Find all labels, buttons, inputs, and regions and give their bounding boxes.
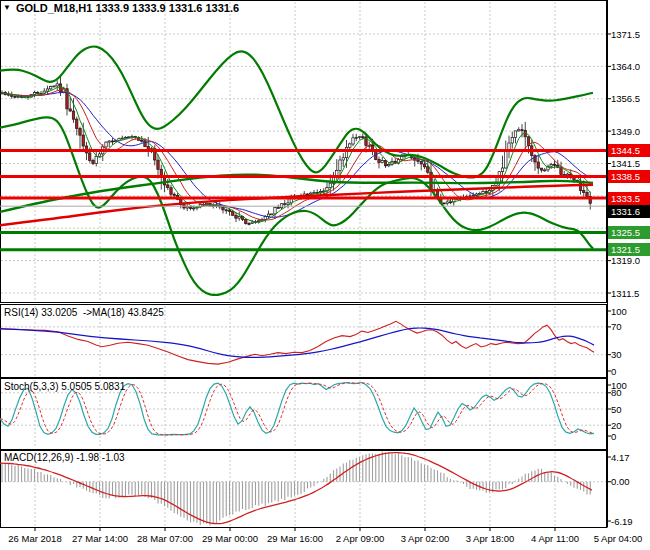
time-axis-label: 2 Apr 09:00: [336, 533, 385, 544]
symbol-bar: ▼ GOLD_M18,H1 1333.9 1333.9 1331.6 1331.…: [3, 2, 239, 14]
price-level-tag: 1344.5: [608, 144, 650, 157]
time-axis-label: 3 Apr 18:00: [466, 533, 515, 544]
price-tick-label: 1311.5: [611, 288, 639, 299]
indicator-tick-label: 30: [611, 349, 622, 360]
current-price-tag: 1331.6: [608, 205, 650, 218]
time-axis-label: 29 Mar 16:00: [267, 533, 323, 544]
price-tick-label: 1356.5: [611, 93, 640, 104]
price-level-tag: 1338.5: [608, 170, 650, 183]
indicator-tick-label: 80: [611, 387, 622, 398]
time-axis-label: 5 Apr 04:00: [594, 533, 643, 544]
macd-label: MACD(12,26,9) -1.98 -1.03: [4, 452, 125, 463]
chart-title: GOLD_M18,H1 1333.9 1333.9 1331.6 1331.6: [16, 2, 239, 14]
price-level-tag: 1321.5: [608, 243, 650, 256]
time-axis-label: 29 Mar 00:00: [202, 533, 258, 544]
time-axis-label: 26 Mar 2018: [8, 533, 61, 544]
stoch-label: Stoch(5,3,3) 5.0505 5.0831: [4, 381, 125, 392]
indicator-tick-label: 0: [611, 366, 616, 377]
chart-canvas[interactable]: [0, 0, 650, 550]
indicator-tick-label: 100: [611, 306, 627, 317]
chart-window: ▼ GOLD_M18,H1 1333.9 1333.9 1331.6 1331.…: [0, 0, 650, 550]
indicator-tick-label: 20: [611, 420, 622, 431]
symbol-dropdown-icon[interactable]: ▼: [3, 3, 11, 13]
price-level-tag: 1333.5: [608, 192, 650, 205]
indicator-tick-label: 4.17: [611, 452, 630, 463]
price-tick-label: 1371.5: [611, 29, 640, 40]
time-axis-label: 28 Mar 07:00: [137, 533, 193, 544]
time-axis-label: 4 Apr 11:00: [531, 533, 579, 544]
indicator-tick-label: 50: [611, 404, 622, 415]
indicator-tick-label: 70: [611, 321, 622, 332]
indicator-tick-label: 0: [611, 431, 616, 442]
price-tick-label: 1341.5: [611, 158, 640, 169]
price-tick-label: 1319.0: [611, 255, 640, 266]
indicator-tick-label: 0.00: [611, 476, 630, 487]
rsi-label: RSI(14) 33.0205 ->MA(18) 43.8425: [4, 307, 164, 318]
time-axis-label: 3 Apr 02:00: [401, 533, 450, 544]
price-tick-label: 1364.0: [611, 61, 640, 72]
indicator-tick-label: -6.19: [611, 516, 633, 527]
price-level-tag: 1325.5: [608, 226, 650, 239]
price-tick-label: 1349.0: [611, 126, 640, 137]
time-axis-label: 27 Mar 14:00: [72, 533, 128, 544]
